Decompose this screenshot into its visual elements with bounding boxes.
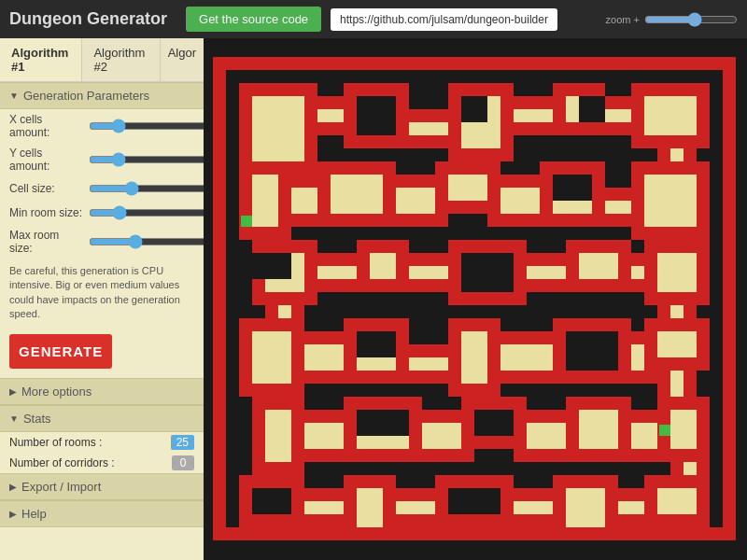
dungeon-canvas-area [204,38,747,560]
export-import-header[interactable]: ▶ Export / Import [0,474,204,500]
header: Dungeon Generator Get the source code ht… [0,0,747,38]
tab-more[interactable]: Algor [161,38,204,81]
zoom-label: zoom + [606,14,640,25]
zoom-control: zoom + [606,12,738,27]
param-min-room-label: Min room size: [9,206,84,219]
generation-params-section: ▼ Generation Parameters X cells amount: … [0,82,204,378]
param-x-cells-label: X cells amount: [9,113,84,139]
dungeon-canvas [213,57,738,542]
more-options-section: ▶ More options [0,378,204,405]
more-options-label: More options [21,385,92,399]
param-max-room-slider[interactable] [89,235,204,248]
param-cell-size-label: Cell size: [9,182,84,195]
stat-rooms-value: 25 [171,435,194,450]
generation-params-arrow: ▼ [9,91,19,101]
stat-rooms-label: Number of rooms : [9,436,165,449]
stat-corridors-label: Number of corridors : [9,456,166,469]
github-url: https://github.com/julsam/dungeon-builde… [331,8,557,31]
help-section: ▶ Help [0,500,204,527]
help-label: Help [21,507,47,521]
sidebar: Algorithm #1 Algorithm #2 Algor ▼ Genera… [0,38,204,560]
param-max-room-label: Max room size: [9,229,84,255]
stats-section: ▼ Stats Number of rooms : 25 Number of c… [0,405,204,473]
more-options-header[interactable]: ▶ More options [0,379,204,405]
warning-text: Be careful, this generation is CPU inten… [0,259,204,329]
export-import-arrow: ▶ [9,482,17,492]
param-y-cells-label: Y cells amount: [9,147,84,173]
app-title: Dungeon Generator [9,9,167,29]
generation-params-label: Generation Parameters [23,89,149,103]
generation-params-header[interactable]: ▼ Generation Parameters [0,83,204,109]
export-import-section: ▶ Export / Import [0,473,204,500]
tab-algorithm-2[interactable]: Algorithm #2 [82,38,160,81]
help-arrow: ▶ [9,509,17,519]
stat-corridors-row: Number of corridors : 0 [0,453,204,473]
stat-rooms-row: Number of rooms : 25 [0,432,204,453]
param-min-room: Min room size: 3 [0,201,204,225]
source-code-button[interactable]: Get the source code [186,7,321,32]
param-cell-size: Cell size: 8 [0,176,204,201]
stats-label: Stats [23,412,51,426]
stats-arrow: ▼ [9,413,19,424]
tab-algorithm-1[interactable]: Algorithm #1 [0,38,82,81]
param-y-cells: Y cells amount: 5 [0,143,204,176]
help-header[interactable]: ▶ Help [0,501,204,527]
param-cell-size-slider[interactable] [89,182,204,195]
param-x-cells-slider[interactable] [89,119,204,133]
param-min-room-slider[interactable] [89,206,204,219]
generate-button[interactable]: GENERATE [9,334,112,369]
stat-corridors-value: 0 [172,455,194,470]
stats-header[interactable]: ▼ Stats [0,406,204,432]
param-max-room: Max room size: 8 [0,225,204,259]
export-import-label: Export / Import [21,480,101,494]
tabs-bar: Algorithm #1 Algorithm #2 Algor [0,38,204,82]
zoom-slider[interactable] [644,12,738,27]
more-options-arrow: ▶ [9,386,17,397]
param-x-cells: X cells amount: 5 [0,109,204,143]
main-layout: Algorithm #1 Algorithm #2 Algor ▼ Genera… [0,38,747,560]
param-y-cells-slider[interactable] [89,153,204,166]
